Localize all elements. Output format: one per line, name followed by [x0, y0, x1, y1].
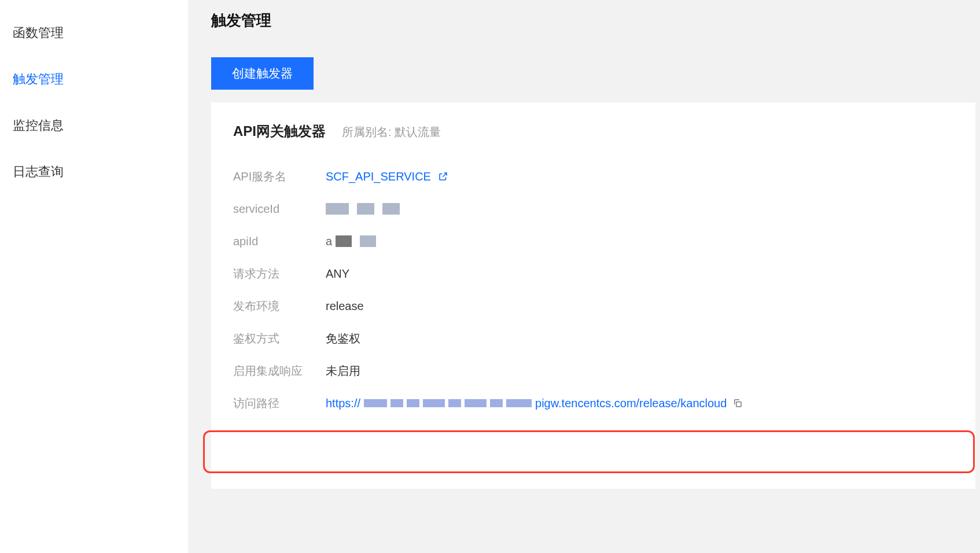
- field-service-id: serviceId: [233, 193, 953, 225]
- integrated-response-value: 未启用: [326, 363, 360, 379]
- url-suffix: pigw.tencentcs.com/release/kancloud: [535, 397, 727, 410]
- url-prefix: https://: [326, 397, 360, 410]
- auth-type-value: 免鉴权: [326, 331, 360, 346]
- api-service-link[interactable]: SCF_API_SERVICE: [326, 170, 448, 183]
- sidebar-item-trigger-mgmt[interactable]: 触发管理: [0, 62, 188, 96]
- field-publish-env: 发布环境 release: [233, 290, 953, 322]
- field-label: 发布环境: [233, 298, 326, 314]
- field-label: 启用集成响应: [233, 363, 326, 379]
- field-api-id: apiId a: [233, 225, 953, 257]
- api-id-value: a: [326, 235, 381, 248]
- trigger-panel: API网关触发器 所属别名: 默认流量 API服务名 SCF_API_SERVI…: [211, 102, 975, 489]
- trigger-type-label: API网关触发器: [233, 122, 326, 141]
- alias-label: 所属别名:: [342, 126, 392, 138]
- access-path-link[interactable]: https:// pigw.tencentcs.com/release/kanc…: [326, 397, 743, 410]
- field-access-path: 访问路径 https:// pigw.tencentcs.com/release…: [233, 387, 953, 419]
- field-label: API服务名: [233, 169, 326, 185]
- sidebar-item-monitor[interactable]: 监控信息: [0, 109, 188, 142]
- alias-value: 默认流量: [395, 126, 441, 138]
- copy-icon[interactable]: [732, 398, 743, 408]
- sidebar-item-function-mgmt[interactable]: 函数管理: [0, 16, 188, 50]
- external-link-icon: [438, 171, 448, 182]
- field-label: 鉴权方式: [233, 331, 326, 346]
- page-title: 触发管理: [211, 10, 980, 31]
- main-content: 触发管理 创建触发器 API网关触发器 所属别名: 默认流量 API服务名 SC…: [188, 0, 980, 553]
- field-request-method: 请求方法 ANY: [233, 257, 953, 290]
- field-label: apiId: [233, 235, 326, 248]
- field-integrated-response: 启用集成响应 未启用: [233, 355, 953, 387]
- field-auth-type: 鉴权方式 免鉴权: [233, 322, 953, 355]
- sidebar: 函数管理 触发管理 监控信息 日志查询: [0, 0, 188, 553]
- trigger-header: API网关触发器 所属别名: 默认流量: [233, 122, 953, 141]
- svg-rect-0: [736, 402, 741, 407]
- create-trigger-button[interactable]: 创建触发器: [211, 57, 314, 90]
- field-label: serviceId: [233, 202, 326, 216]
- field-label: 请求方法: [233, 266, 326, 282]
- sidebar-item-log-query[interactable]: 日志查询: [0, 155, 188, 189]
- field-label: 访问路径: [233, 396, 326, 411]
- api-service-name-value: SCF_API_SERVICE: [326, 170, 431, 183]
- request-method-value: ANY: [326, 267, 349, 281]
- field-api-service-name: API服务名 SCF_API_SERVICE: [233, 160, 953, 193]
- service-id-value: [326, 203, 404, 215]
- publish-env-value: release: [326, 300, 364, 313]
